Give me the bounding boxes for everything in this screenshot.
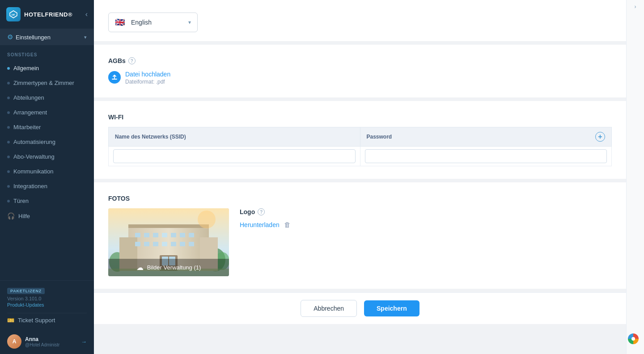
wifi-password-cell — [360, 147, 612, 166]
sidebar-item-hilfe[interactable]: 🎧 Hilfe — [0, 208, 94, 223]
upload-link[interactable]: Datei hochladen — [125, 71, 170, 78]
settings-label: Einstellungen — [16, 34, 51, 41]
sidebar-item-kommunikation[interactable]: Kommunikation — [0, 164, 94, 179]
photos-grid: ☁ Bilder Verwaltung (1) Logo ? Herunterl… — [108, 208, 612, 276]
sidebar-item-allgemein[interactable]: Allgemein — [0, 61, 94, 76]
nav-item-label: Arrangement — [13, 109, 47, 116]
sidebar-item-tueren[interactable]: Türen — [0, 194, 94, 208]
nav-item-label: Mitarbeiter — [13, 124, 41, 131]
svg-rect-20 — [171, 242, 176, 246]
logo-download-link[interactable]: Herunterladen — [240, 221, 280, 228]
colorful-logo-area — [626, 332, 640, 348]
logo-help-icon[interactable]: ? — [258, 208, 265, 215]
photo-thumbnail[interactable]: ☁ Bilder Verwaltung (1) — [108, 208, 229, 276]
wifi-title: WI-FI — [108, 114, 612, 121]
wifi-add-button[interactable]: + — [595, 132, 605, 142]
sidebar-item-abteilungen[interactable]: Abteilungen — [0, 90, 94, 105]
main-content: 🇬🇧 English ▾ AGBs ? Datei hochladen Date… — [94, 0, 626, 354]
svg-rect-19 — [162, 242, 167, 246]
wifi-table: Name des Netzwerks (SSID) Password + — [108, 127, 612, 166]
panel-toggle-icon[interactable]: › — [635, 4, 636, 10]
sidebar-header: HF HOTELFRIEND® ‹ — [0, 0, 94, 29]
version-text: Version 3.101.0 — [7, 296, 87, 301]
nav-dot-icon — [7, 170, 10, 173]
sidebar-item-automatisierung[interactable]: Automatisierung — [0, 135, 94, 149]
sidebar-item-integrationen[interactable]: Integrationen — [0, 179, 94, 194]
svg-rect-12 — [162, 233, 167, 237]
svg-rect-14 — [180, 233, 185, 237]
user-name: Anna — [25, 336, 77, 342]
agbs-panel: AGBs ? Datei hochladen Dateiformat: .pdf — [94, 45, 626, 97]
sidebar-item-arrangement[interactable]: Arrangement — [0, 105, 94, 120]
nav-dot-icon — [7, 82, 10, 84]
nav-dot-icon — [7, 126, 10, 129]
cancel-button[interactable]: Abbrechen — [301, 300, 357, 317]
wifi-row — [109, 147, 612, 166]
user-info: Anna @Hotel Administr — [25, 336, 77, 347]
user-role: @Hotel Administr — [25, 342, 77, 347]
nav-item-label: Abo-Verwaltung — [13, 153, 55, 160]
user-arrow-icon[interactable]: → — [81, 338, 87, 345]
logo-download-area: Herunterladen 🗑 — [240, 221, 612, 228]
nav-dot-icon — [7, 141, 10, 143]
language-label: English — [131, 19, 185, 26]
sidebar-item-settings[interactable]: ⚙ Einstellungen ▾ — [0, 29, 94, 45]
svg-rect-26 — [128, 224, 209, 228]
sidebar: HF HOTELFRIEND® ‹ ⚙ Einstellungen ▾ SONS… — [0, 0, 94, 354]
gear-icon: ⚙ — [7, 33, 13, 41]
wifi-ssid-cell — [109, 147, 360, 166]
photos-title: FOTOS — [108, 195, 612, 202]
product-updates-link[interactable]: Produkt-Updates — [7, 302, 87, 308]
sidebar-section-label: SONSTIGES — [0, 45, 94, 61]
svg-rect-10 — [144, 233, 149, 237]
upload-hint: Dateiformat: .pdf — [125, 79, 170, 85]
logo-delete-button[interactable]: 🗑 — [284, 221, 291, 228]
upload-icon[interactable] — [108, 71, 121, 84]
svg-point-28 — [198, 211, 216, 228]
flag-icon: 🇬🇧 — [115, 17, 125, 27]
sidebar-item-zimmertypen[interactable]: Zimmertypen & Zimmer — [0, 76, 94, 90]
sidebar-user: A Anna @Hotel Administr → — [7, 331, 87, 349]
ticket-support-item[interactable]: 🎫 Ticket Support — [7, 313, 87, 327]
sidebar-item-mitarbeiter[interactable]: Mitarbeiter — [0, 120, 94, 135]
nav-item-label: Zimmertypen & Zimmer — [13, 80, 74, 86]
wifi-password-input[interactable] — [365, 149, 607, 163]
svg-rect-16 — [135, 242, 140, 246]
nav-items: AllgemeinZimmertypen & ZimmerAbteilungen… — [0, 61, 94, 208]
svg-point-29 — [631, 337, 635, 341]
language-panel: 🇬🇧 English ▾ — [94, 0, 626, 41]
wifi-panel: WI-FI Name des Netzwerks (SSID) Password… — [94, 101, 626, 179]
upload-text: Datei hochladen Dateiformat: .pdf — [125, 71, 170, 85]
sidebar-bottom: PAKETLIZENZ Version 3.101.0 Produkt-Upda… — [0, 280, 94, 354]
chevron-down-icon: ▾ — [188, 19, 191, 25]
nav-item-label: Integrationen — [13, 183, 47, 190]
nav-dot-icon — [7, 97, 10, 99]
save-button[interactable]: Speichern — [364, 300, 419, 316]
nav-dot-icon — [7, 185, 10, 188]
nav-dot-icon — [7, 111, 10, 114]
nav-item-label: Türen — [13, 198, 29, 204]
svg-rect-22 — [189, 242, 194, 246]
svg-rect-15 — [189, 233, 194, 237]
wifi-password-header: Password + — [360, 127, 612, 147]
svg-rect-13 — [171, 233, 176, 237]
avatar: A — [7, 334, 21, 349]
photo-overlay[interactable]: ☁ Bilder Verwaltung (1) — [108, 259, 229, 276]
chevron-down-icon: ▾ — [84, 34, 87, 40]
wifi-ssid-input[interactable] — [113, 149, 356, 163]
language-dropdown[interactable]: 🇬🇧 English ▾ — [108, 13, 198, 32]
agbs-help-icon[interactable]: ? — [128, 57, 136, 64]
nav-item-label: Automatisierung — [13, 139, 55, 145]
photos-panel: FOTOS — [94, 182, 626, 289]
nav-dot-icon — [7, 200, 10, 202]
nav-dot-icon — [7, 156, 10, 158]
svg-rect-17 — [144, 242, 149, 246]
photo-overlay-label: Bilder Verwaltung (1) — [147, 264, 201, 271]
logo-title: Logo ? — [240, 208, 612, 215]
ticket-support-label: Ticket Support — [18, 317, 55, 324]
sidebar-item-abo-verwaltung[interactable]: Abo-Verwaltung — [0, 149, 94, 164]
logo-section: Logo ? Herunterladen 🗑 — [240, 208, 612, 276]
back-button[interactable]: ‹ — [85, 10, 88, 18]
svg-text:HF: HF — [12, 13, 15, 16]
nav-dot-icon — [7, 67, 10, 70]
